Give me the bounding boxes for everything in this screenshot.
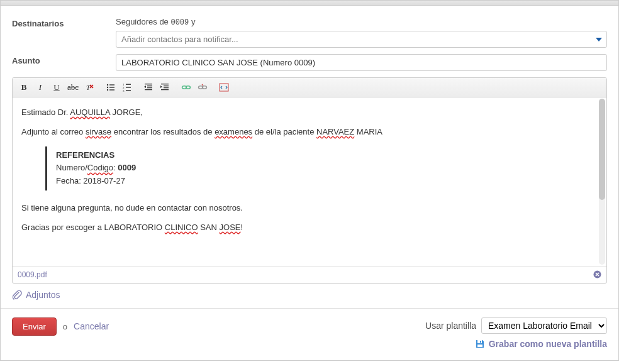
or-text: o: [63, 322, 67, 331]
svg-rect-6: [109, 87, 114, 87]
attachment-filename[interactable]: 0009.pdf: [18, 270, 47, 279]
svg-rect-18: [145, 89, 152, 90]
ref-number: Numero/Codigo: 0009: [56, 162, 598, 175]
svg-rect-20: [164, 85, 169, 86]
svg-point-5: [107, 87, 108, 88]
link-button[interactable]: [179, 80, 194, 94]
svg-rect-19: [161, 84, 169, 84]
ref-date: Fecha: 2018-07-27: [56, 175, 598, 188]
svg-rect-4: [109, 84, 114, 85]
paperclip-icon: [12, 290, 22, 300]
contact-line: Si tiene alguna pregunta, no dude en con…: [21, 202, 598, 215]
recipients-label: Destinatarios: [12, 17, 116, 48]
send-button[interactable]: Enviar: [12, 317, 57, 336]
recipients-content: Seguidores de 0009 y: [116, 17, 607, 48]
modal-title-bar: [1, 1, 618, 6]
template-row: Usar plantilla Examen Laboratorio Email: [425, 317, 607, 334]
attachment-row: 0009.pdf: [13, 266, 606, 283]
followers-id: 0009: [170, 18, 189, 27]
add-attachment-label: Adjuntos: [26, 290, 60, 300]
bold-button[interactable]: B: [16, 80, 31, 94]
unlink-button[interactable]: [195, 80, 210, 94]
source-button[interactable]: [216, 80, 231, 94]
cancel-link[interactable]: Cancelar: [74, 321, 109, 331]
editor-body[interactable]: Estimado Dr. AUQUILLA JORGE, Adjunto al …: [13, 97, 606, 266]
svg-rect-33: [480, 341, 481, 343]
followers-suffix: y: [191, 17, 196, 26]
scrollbar-thumb[interactable]: [599, 99, 605, 200]
svg-rect-22: [161, 89, 169, 90]
add-attachment-link[interactable]: Adjuntos: [12, 290, 60, 300]
save-template-link[interactable]: Grabar como nueva plantilla: [475, 339, 607, 349]
svg-rect-14: [126, 90, 131, 91]
indent-button[interactable]: [157, 80, 172, 94]
followers-prefix: Seguidores de: [116, 17, 169, 26]
svg-rect-17: [147, 87, 152, 88]
svg-line-27: [202, 84, 203, 85]
svg-point-3: [107, 84, 108, 85]
svg-rect-16: [147, 85, 152, 86]
outdent-button[interactable]: [141, 80, 156, 94]
italic-button[interactable]: I: [33, 80, 48, 94]
editor-container: B I U abc T 123: [12, 77, 607, 284]
strikethrough-button[interactable]: abc: [65, 80, 81, 94]
intro-line: Adjunto al correo sirvase encontrar los …: [21, 126, 598, 139]
template-label: Usar plantilla: [425, 321, 476, 331]
subject-content: [116, 54, 607, 71]
modal-body: Destinatarios Seguidores de 0009 y Asunt…: [1, 6, 618, 308]
svg-rect-21: [164, 87, 169, 88]
svg-rect-10: [126, 84, 131, 85]
contacts-dropdown[interactable]: [116, 31, 607, 48]
followers-text: Seguidores de 0009 y: [116, 17, 607, 27]
svg-rect-8: [109, 89, 114, 90]
subject-input[interactable]: [116, 54, 607, 71]
recipients-row: Destinatarios Seguidores de 0009 y: [12, 17, 607, 48]
remove-format-button[interactable]: T: [82, 80, 97, 94]
bullet-list-button[interactable]: [103, 80, 118, 94]
svg-rect-15: [145, 84, 152, 84]
save-template-label: Grabar como nueva plantilla: [489, 339, 607, 349]
contacts-input[interactable]: [116, 31, 607, 48]
references-block: REFERENCIAS Numero/Codigo: 0009 Fecha: 2…: [45, 146, 598, 190]
svg-rect-34: [477, 345, 482, 347]
thanks-line: Gracias por escoger a LABORATORIO CLINIC…: [21, 221, 598, 234]
svg-point-7: [107, 89, 108, 91]
editor-toolbar: B I U abc T 123: [13, 78, 606, 97]
svg-rect-12: [126, 87, 131, 87]
svg-text:3: 3: [123, 89, 125, 92]
numbered-list-button[interactable]: 123: [120, 80, 135, 94]
compose-modal: Destinatarios Seguidores de 0009 y Asunt…: [0, 0, 619, 361]
subject-label: Asunto: [12, 54, 116, 71]
subject-row: Asunto: [12, 54, 607, 71]
template-select[interactable]: Examen Laboratorio Email: [481, 317, 607, 334]
footer-right: Usar plantilla Examen Laboratorio Email …: [425, 317, 607, 349]
ref-title: REFERENCIAS: [56, 149, 598, 162]
remove-attachment-button[interactable]: [593, 270, 601, 279]
footer-left: Enviar o Cancelar: [12, 317, 109, 336]
save-icon: [475, 339, 485, 349]
modal-footer: Enviar o Cancelar Usar plantilla Examen …: [1, 308, 618, 360]
greeting-line: Estimado Dr. AUQUILLA JORGE,: [21, 106, 598, 119]
underline-button[interactable]: U: [49, 80, 64, 94]
